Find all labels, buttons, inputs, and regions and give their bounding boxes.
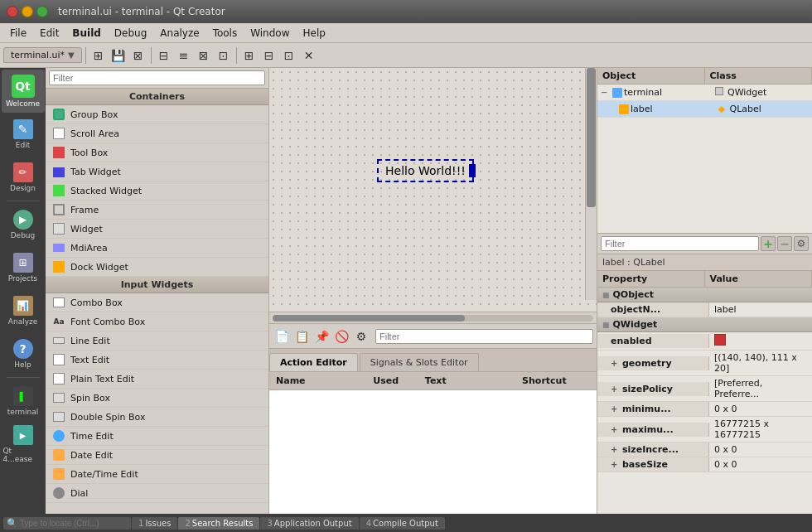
toolbox-item-mdiarea[interactable]: MdiArea (46, 239, 268, 258)
tab-action-editor[interactable]: Action Editor (269, 353, 358, 371)
toolbox-item-stackedwidget[interactable]: Stacked Widget (46, 181, 268, 201)
design-canvas[interactable]: Hello World!!! (269, 68, 597, 312)
prop-value-sizeincrement[interactable]: 0 x 0 (709, 443, 812, 457)
toolbar-distribute-icon[interactable]: ⊡ (215, 46, 233, 65)
enabled-checkbox[interactable] (714, 334, 726, 346)
sidebar-item-welcome[interactable]: Qt Welcome (2, 70, 45, 113)
file-tab[interactable]: terminal.ui* ▼ (3, 47, 82, 63)
status-tab-compile[interactable]: 4 Compile Output (360, 517, 445, 530)
canvas-vertical-scrollbar[interactable] (585, 68, 597, 300)
prop-row-maximumsize[interactable]: + maximu... 16777215 x 16777215 (597, 417, 812, 443)
action-filter-input[interactable] (375, 329, 593, 344)
prop-row-objectname[interactable]: objectN... label (597, 302, 812, 317)
toolbox-item-toolbox[interactable]: Tool Box (46, 143, 268, 162)
status-search-input[interactable] (20, 519, 128, 528)
property-add-button[interactable]: + (761, 236, 776, 251)
prop-value-enabled[interactable] (709, 332, 812, 350)
prop-value-geometry[interactable]: [(140, 140), 111 x 20] (709, 351, 812, 375)
toolbar-grid2-icon[interactable]: ⊟ (260, 46, 278, 65)
toolbox-item-plaintextedit[interactable]: Plain Text Edit (46, 370, 268, 389)
prop-value-minimumsize[interactable]: 0 x 0 (709, 402, 812, 416)
menu-tools[interactable]: Tools (206, 26, 244, 41)
prop-row-sizeincrement[interactable]: + sizeIncre... 0 x 0 (597, 443, 812, 457)
toolbox-item-datetimeedit[interactable]: Date/Time Edit (46, 465, 268, 484)
menu-build[interactable]: Build (65, 26, 108, 41)
prop-value-maximumsize[interactable]: 16777215 x 16777215 (709, 417, 812, 442)
action-delete-icon[interactable]: 🚫 (332, 327, 350, 346)
prop-row-geometry[interactable]: + geometry [(140, 140), 111 x 20] (597, 351, 812, 376)
prop-row-sizepolicy[interactable]: + sizePolicy [Preferred, Preferre... (597, 376, 812, 402)
toolbox-item-fontcombobox[interactable]: Aa Font Combo Box (46, 312, 268, 331)
sizepolicy-expand-icon[interactable]: + (611, 384, 621, 394)
toolbox-item-timeedit[interactable]: Time Edit (46, 427, 268, 446)
toolbox-item-dockwidget[interactable]: Dock Widget (46, 258, 268, 277)
action-paste-icon[interactable]: 📌 (312, 327, 331, 346)
toolbox-item-doublespinbox[interactable]: Double Spin Box (46, 408, 268, 427)
sidebar-item-qt4ease[interactable]: ▶ Qt 4...ease (2, 423, 45, 466)
canvas-scrollbar-v-thumb[interactable] (587, 68, 596, 207)
obj-row-label[interactable]: label ◆ QLabel (597, 101, 812, 118)
property-remove-button[interactable]: − (777, 236, 792, 251)
sidebar-item-analyze[interactable]: 📊 Analyze (2, 289, 45, 332)
toolbar-print-icon[interactable]: ⊠ (129, 46, 147, 65)
sizeincrement-expand-icon[interactable]: + (611, 445, 621, 454)
menu-file[interactable]: File (3, 26, 33, 41)
toolbox-item-lineedit[interactable]: Line Edit (46, 331, 268, 351)
toolbox-item-frame[interactable]: Frame (46, 201, 268, 220)
sidebar-item-debug[interactable]: ▶ Debug (2, 203, 45, 246)
toolbar-align-right-icon[interactable]: ⊠ (195, 46, 213, 65)
file-tab-dropdown-icon[interactable]: ▼ (68, 51, 75, 60)
menu-edit[interactable]: Edit (33, 26, 65, 41)
expand-terminal-icon[interactable]: − (597, 88, 607, 97)
canvas-horizontal-scrollbar[interactable] (269, 312, 597, 323)
status-tab-app-output[interactable]: 3 Application Output (260, 517, 358, 530)
prop-row-enabled[interactable]: enabled (597, 332, 812, 351)
toolbox-item-dateedit[interactable]: Date Edit (46, 446, 268, 465)
obj-row-terminal[interactable]: − terminal QWidget (597, 85, 812, 101)
sidebar-item-projects[interactable]: ⊞ Projects (2, 246, 45, 289)
toolbar-grid-icon[interactable]: ⊞ (240, 46, 259, 65)
menu-debug[interactable]: Debug (108, 26, 153, 41)
property-filter-input[interactable] (601, 236, 759, 251)
toolbar-new-icon[interactable]: ⊞ (89, 46, 108, 65)
toolbox-item-widget[interactable]: Widget (46, 220, 268, 239)
toolbar-align-center-icon[interactable]: ≡ (175, 46, 193, 65)
maximize-button[interactable] (36, 6, 48, 17)
sidebar-item-terminal[interactable]: ▌ terminal (2, 380, 45, 423)
hello-world-widget[interactable]: Hello World!!! (377, 159, 474, 182)
toolbar-settings-icon[interactable]: ⊡ (280, 46, 298, 65)
prop-value-sizepolicy[interactable]: [Preferred, Preferre... (709, 376, 812, 401)
sidebar-item-design[interactable]: ✏ Design (2, 156, 45, 199)
menu-analyze[interactable]: Analyze (153, 26, 205, 41)
toolbox-item-scrollarea[interactable]: Scroll Area (46, 124, 268, 143)
action-new-icon[interactable]: 📄 (273, 327, 291, 346)
toolbox-item-dial[interactable]: Dial (46, 484, 268, 503)
toolbox-item-spinbox[interactable]: Spin Box (46, 389, 268, 408)
toolbox-item-tabwidget[interactable]: Tab Widget (46, 162, 268, 181)
toolbar-save-icon[interactable]: 💾 (109, 46, 128, 65)
resize-handle[interactable] (469, 164, 476, 177)
sidebar-item-edit[interactable]: ✎ Edit (2, 113, 45, 156)
status-tab-issues[interactable]: 1 Issues (132, 517, 177, 530)
geometry-expand-icon[interactable]: + (611, 359, 621, 368)
toolbar-align-left-icon[interactable]: ⊟ (155, 46, 173, 65)
prop-row-basesize[interactable]: + baseSize 0 x 0 (597, 457, 812, 472)
toolbox-filter-input[interactable] (49, 70, 265, 85)
status-tab-search-results[interactable]: 2 Search Results (178, 517, 259, 530)
close-button[interactable] (7, 6, 18, 17)
prop-value-basesize[interactable]: 0 x 0 (709, 457, 812, 472)
basesize-expand-icon[interactable]: + (611, 460, 621, 469)
action-copy-icon[interactable]: 📋 (292, 327, 311, 346)
maximumsize-expand-icon[interactable]: + (611, 425, 621, 434)
scrollbar-thumb[interactable] (273, 315, 465, 322)
toolbox-item-textedit[interactable]: Text Edit (46, 351, 268, 370)
prop-value-objectname[interactable]: label (709, 302, 812, 317)
minimumsize-expand-icon[interactable]: + (611, 404, 621, 414)
toolbox-item-groupbox[interactable]: Group Box (46, 105, 268, 124)
tab-signals-slots[interactable]: Signals & Slots Editor (360, 353, 479, 371)
property-settings-button[interactable]: ⚙ (794, 236, 809, 251)
action-settings-icon[interactable]: ⚙ (352, 327, 370, 346)
prop-row-minimumsize[interactable]: + minimu... 0 x 0 (597, 402, 812, 417)
menu-window[interactable]: Window (244, 26, 296, 41)
menu-help[interactable]: Help (297, 26, 332, 41)
